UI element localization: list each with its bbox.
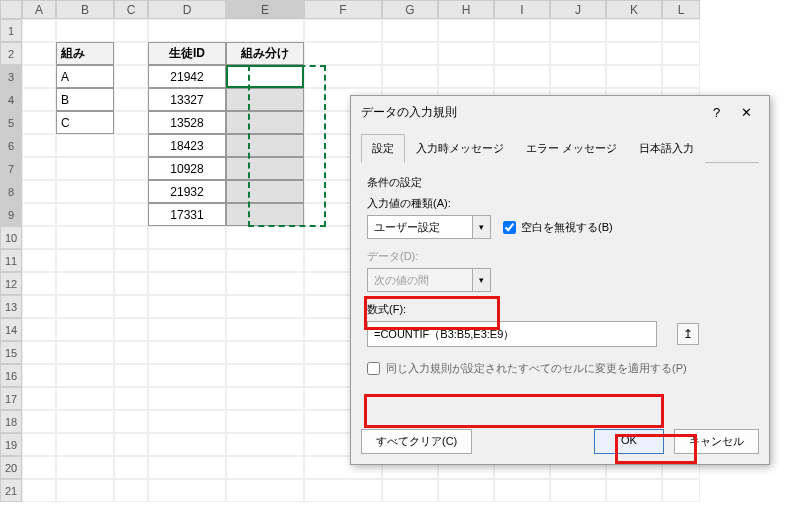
cell[interactable] xyxy=(226,249,304,272)
cell[interactable] xyxy=(22,88,56,111)
row-header-10[interactable]: 10 xyxy=(0,226,22,249)
cell[interactable] xyxy=(550,19,606,42)
cell[interactable] xyxy=(148,433,226,456)
cell[interactable]: 18423 xyxy=(148,134,226,157)
cell[interactable] xyxy=(114,318,148,341)
cell[interactable] xyxy=(382,65,438,88)
row-header-5[interactable]: 5 xyxy=(0,111,22,134)
cell[interactable] xyxy=(226,134,304,157)
cell[interactable] xyxy=(22,295,56,318)
cell[interactable] xyxy=(114,203,148,226)
cell[interactable] xyxy=(226,19,304,42)
cell[interactable] xyxy=(56,479,114,502)
cell[interactable] xyxy=(226,456,304,479)
row-header-16[interactable]: 16 xyxy=(0,364,22,387)
cell[interactable]: B xyxy=(56,88,114,111)
col-header-A[interactable]: A xyxy=(22,0,56,19)
cell[interactable] xyxy=(56,410,114,433)
cell[interactable] xyxy=(56,456,114,479)
cell[interactable] xyxy=(494,19,550,42)
cell[interactable]: 組み xyxy=(56,42,114,65)
cell[interactable] xyxy=(550,65,606,88)
cell[interactable] xyxy=(606,19,662,42)
row-header-2[interactable]: 2 xyxy=(0,42,22,65)
col-header-H[interactable]: H xyxy=(438,0,494,19)
cell[interactable] xyxy=(606,65,662,88)
cell[interactable] xyxy=(114,410,148,433)
cell[interactable] xyxy=(304,19,382,42)
cell[interactable] xyxy=(148,318,226,341)
row-header-18[interactable]: 18 xyxy=(0,410,22,433)
allow-combo[interactable]: ▾ xyxy=(367,215,491,239)
row-header-6[interactable]: 6 xyxy=(0,134,22,157)
tab-error-alert[interactable]: エラー メッセージ xyxy=(515,134,628,163)
cell[interactable] xyxy=(226,111,304,134)
row-header-9[interactable]: 9 xyxy=(0,203,22,226)
chevron-down-icon[interactable]: ▾ xyxy=(473,215,491,239)
allow-input[interactable] xyxy=(367,215,473,239)
cell[interactable] xyxy=(56,180,114,203)
cell[interactable] xyxy=(114,111,148,134)
cell[interactable] xyxy=(606,42,662,65)
cell[interactable]: 組み分け xyxy=(226,42,304,65)
cell[interactable] xyxy=(438,65,494,88)
cell[interactable] xyxy=(148,479,226,502)
cell[interactable] xyxy=(114,249,148,272)
cell[interactable] xyxy=(438,19,494,42)
cell[interactable] xyxy=(22,387,56,410)
cell[interactable] xyxy=(148,272,226,295)
cell[interactable] xyxy=(22,341,56,364)
cell[interactable] xyxy=(226,318,304,341)
col-header-G[interactable]: G xyxy=(382,0,438,19)
cell[interactable]: A xyxy=(56,65,114,88)
cell[interactable] xyxy=(226,364,304,387)
cell[interactable] xyxy=(56,249,114,272)
cell[interactable] xyxy=(114,19,148,42)
row-header-4[interactable]: 4 xyxy=(0,88,22,111)
cell[interactable] xyxy=(226,433,304,456)
cell[interactable] xyxy=(22,249,56,272)
cell[interactable] xyxy=(56,19,114,42)
cell[interactable] xyxy=(56,318,114,341)
row-header-21[interactable]: 21 xyxy=(0,479,22,502)
cell[interactable] xyxy=(22,226,56,249)
cell[interactable] xyxy=(114,387,148,410)
select-all-corner[interactable] xyxy=(0,0,22,19)
cell[interactable]: 21942 xyxy=(148,65,226,88)
apply-all-checkbox[interactable] xyxy=(367,362,380,375)
tab-ime[interactable]: 日本語入力 xyxy=(628,134,705,163)
cell[interactable] xyxy=(382,19,438,42)
cell[interactable] xyxy=(114,88,148,111)
cell[interactable] xyxy=(22,479,56,502)
row-header-11[interactable]: 11 xyxy=(0,249,22,272)
cell[interactable] xyxy=(22,134,56,157)
close-button[interactable]: ✕ xyxy=(733,105,759,120)
cell[interactable] xyxy=(494,65,550,88)
cell[interactable] xyxy=(22,157,56,180)
ignore-blank-wrap[interactable]: 空白を無視する(B) xyxy=(503,220,613,235)
cell[interactable] xyxy=(114,272,148,295)
cell[interactable] xyxy=(56,157,114,180)
cell[interactable] xyxy=(148,295,226,318)
cell[interactable] xyxy=(114,341,148,364)
cell[interactable] xyxy=(22,410,56,433)
help-button[interactable]: ? xyxy=(704,105,730,120)
col-header-F[interactable]: F xyxy=(304,0,382,19)
row-header-12[interactable]: 12 xyxy=(0,272,22,295)
row-header-15[interactable]: 15 xyxy=(0,341,22,364)
ok-button[interactable]: OK xyxy=(594,429,664,454)
col-header-K[interactable]: K xyxy=(606,0,662,19)
cell[interactable] xyxy=(56,364,114,387)
row-header-17[interactable]: 17 xyxy=(0,387,22,410)
cell[interactable] xyxy=(114,157,148,180)
cell[interactable] xyxy=(226,341,304,364)
cell[interactable] xyxy=(226,180,304,203)
cell[interactable] xyxy=(226,88,304,111)
cell[interactable]: 13327 xyxy=(148,88,226,111)
cell[interactable] xyxy=(304,65,382,88)
cell[interactable] xyxy=(148,341,226,364)
cell[interactable] xyxy=(662,65,700,88)
cell[interactable] xyxy=(22,318,56,341)
row-header-14[interactable]: 14 xyxy=(0,318,22,341)
cell[interactable] xyxy=(22,433,56,456)
